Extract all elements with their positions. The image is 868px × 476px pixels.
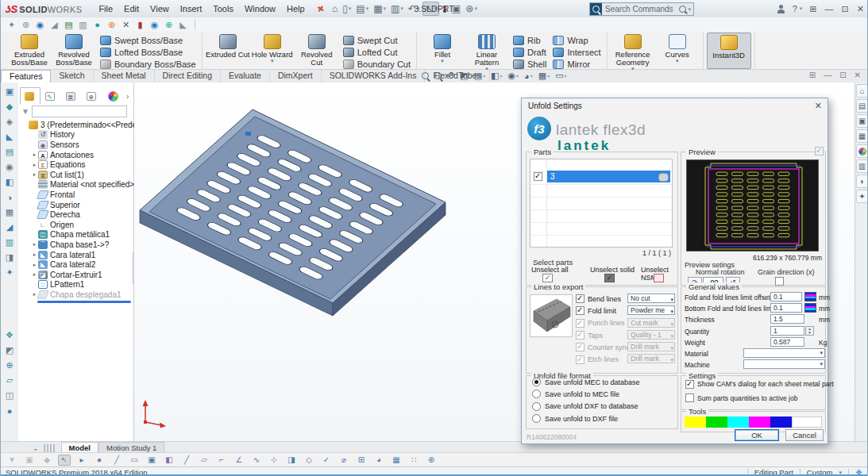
ribbon-button-boundary-boss-base[interactable]: Boundary Boss/Base	[98, 58, 199, 70]
minimize-doc-button[interactable]: —	[824, 71, 831, 79]
expand-arrow-icon[interactable]: ▸	[31, 162, 38, 168]
image-icon[interactable]: ▦	[390, 455, 403, 466]
file-explorer-tab-icon[interactable]: ▣	[856, 114, 868, 128]
ribbon-button-intersect[interactable]: Intersect	[550, 46, 603, 58]
tab-area-chevron-icon[interactable]: ⌄	[33, 444, 39, 452]
options-icon[interactable]: ⊛▾	[464, 2, 479, 15]
tree-item-chapa-desplegada1[interactable]: ▸Chapa desplegada1	[18, 290, 134, 300]
fold-limit-checkbox[interactable]	[576, 306, 584, 315]
sum-parts-quantities-to-active-job-checkbox[interactable]	[685, 393, 694, 402]
pin-icon[interactable]: ✚	[314, 2, 326, 15]
camera-icon[interactable]: ◨	[3, 251, 16, 263]
save-icon[interactable]: ▦▾	[372, 2, 388, 15]
bend-icon[interactable]: ◈	[3, 116, 16, 128]
new-document-dropdown-icon[interactable]: ▾	[349, 6, 352, 12]
elbow-icon[interactable]: ◣	[3, 131, 16, 143]
rect-icon[interactable]: ▭	[128, 455, 141, 466]
point-icon[interactable]: ●	[93, 455, 106, 466]
zoom-area-icon[interactable]: ⊞	[355, 455, 368, 466]
expand-arrow-icon[interactable]: ▸	[31, 251, 38, 258]
search-assembly-icon[interactable]: ◑	[3, 191, 16, 203]
search-dropdown-icon[interactable]: ▾	[688, 6, 691, 13]
measure-icon[interactable]: ⌀	[338, 455, 350, 466]
close-doc-button[interactable]: ✕	[854, 71, 861, 79]
send-icon[interactable]: ◢	[48, 19, 60, 30]
tree-item-3-predeterminado-predeterminado[interactable]: 3 (Predeterminado<<Predeterminado>	[18, 120, 134, 130]
expand-arrow-icon[interactable]: ▸	[31, 271, 38, 278]
wrench-icon[interactable]: ✕	[120, 19, 132, 30]
filter-any-icon[interactable]: ▼	[6, 455, 18, 466]
tube-3-icon[interactable]: ⊕	[3, 359, 16, 371]
units-dropdown-icon[interactable]: ▾	[839, 470, 843, 476]
gear-gray-2-icon[interactable]: ⊛	[20, 19, 32, 30]
search-input[interactable]: Search Commands	[602, 5, 677, 13]
format-option-save-unfold-dxf-to-database[interactable]: Save unfold DXF to database	[527, 401, 677, 413]
solid-icon[interactable]: ◢	[3, 221, 16, 233]
minimize-button[interactable]: —	[825, 4, 834, 14]
ok-button[interactable]: OK	[735, 429, 779, 441]
zoom-to-fit-icon[interactable]	[422, 72, 429, 79]
restore-button[interactable]: ⊡	[842, 4, 849, 14]
tab-sheet-metal[interactable]: Sheet Metal	[94, 70, 155, 83]
ribbon-button-revolved-cut[interactable]: Revolved Cut	[295, 33, 339, 69]
fm-tab-configurationmanager[interactable]: ≣	[61, 87, 82, 105]
mate-icon[interactable]: ⊕	[425, 455, 438, 466]
bottom-fold-and-fold-lines-limit-offset-color-swatch[interactable]	[804, 303, 816, 313]
lantek-cs-icon[interactable]: ●	[91, 19, 103, 30]
expand-arrow-icon[interactable]: ▸	[31, 152, 38, 158]
menu-insert[interactable]: Insert	[175, 2, 208, 16]
save-dropdown-icon[interactable]: ▾	[383, 6, 386, 12]
ribbon-button-fillet[interactable]: Fillet▾	[420, 33, 465, 69]
appearances-tab-icon[interactable]	[856, 144, 868, 158]
ribbon-button-boundary-cut[interactable]: Boundary Cut	[341, 58, 413, 70]
section-view-icon[interactable]: ◩	[460, 71, 468, 81]
tree-item-lpattern1[interactable]: ∷LPattern1	[18, 280, 134, 290]
tool-color-5[interactable]	[770, 416, 792, 428]
tree-item-sensors[interactable]: ◉Sensors	[18, 140, 134, 150]
doc-tab-motion-study-1[interactable]: Motion Study 1	[98, 442, 164, 453]
restore-doc-button[interactable]: ⊡	[839, 71, 846, 79]
quantity-spinner[interactable]: ▴▾	[805, 326, 814, 336]
print-dropdown-icon[interactable]: ▾	[400, 6, 403, 12]
filter-input[interactable]	[32, 106, 127, 117]
appearance-icon[interactable]: ◕	[372, 455, 385, 466]
cube-icon[interactable]: ◧	[163, 455, 176, 466]
part-row[interactable]: 3	[530, 171, 672, 182]
cancel-button[interactable]: Cancel	[785, 429, 824, 441]
tab-solidworks-add-ins[interactable]: SOLIDWORKS Add-Ins	[322, 70, 426, 83]
fold-and-fold-lines-limit-offset-color-swatch[interactable]	[804, 292, 816, 301]
menu-tools[interactable]: Tools	[207, 2, 239, 16]
ribbon-button-linear-pattern[interactable]: Linear Pattern▾	[465, 33, 509, 69]
unselect-nsm-checkbox[interactable]	[654, 274, 664, 282]
options-dropdown-icon[interactable]: ▾	[474, 6, 477, 12]
search-icon[interactable]	[679, 5, 686, 14]
tube-2-icon[interactable]: ◩	[3, 344, 16, 356]
tile-button[interactable]: ⊞	[809, 4, 816, 14]
ribbon-button-draft[interactable]: Draft	[511, 46, 549, 58]
line-icon[interactable]: ╱	[110, 455, 123, 466]
material-dropdown[interactable]: ▾	[743, 348, 825, 358]
filter-next-icon[interactable]: ▸	[75, 455, 88, 466]
tab-features[interactable]: Features	[1, 70, 51, 83]
tree-item-derecha[interactable]: Derecha	[18, 209, 134, 220]
tree-item-cut-list-1[interactable]: ▸≣Cut list(1)	[18, 170, 134, 180]
tube-5-icon[interactable]: ◫	[3, 390, 16, 401]
tube-1-icon[interactable]: ❖	[3, 329, 16, 341]
plane-icon[interactable]: ▱	[198, 455, 210, 466]
ribbon-button-lofted-boss-base[interactable]: Lofted Boss/Base	[98, 46, 199, 58]
menu-help[interactable]: Help	[281, 2, 311, 16]
tool-color-1[interactable]	[685, 416, 706, 428]
gear-orange-icon[interactable]: ⊛	[106, 19, 118, 30]
bend-lines-checkbox[interactable]	[576, 294, 584, 303]
ribbon-button-reference-geometry[interactable]: Reference Geometry▾	[611, 33, 655, 69]
ribbon-button-hole-wizard[interactable]: Hole Wizard▾	[250, 33, 295, 69]
smart-filter-icon[interactable]: ◆	[41, 455, 53, 466]
home-icon[interactable]: ⌂	[330, 2, 339, 15]
pattern-icon[interactable]: ∷	[407, 455, 420, 466]
expand-arrow-icon[interactable]: ▸	[31, 171, 38, 178]
erase-icon[interactable]: ◇	[303, 455, 315, 466]
view-palette-tab-icon[interactable]: ▦	[856, 129, 868, 143]
tree-item-equations[interactable]: ▸ΣEquations	[18, 159, 134, 170]
expand-arrow-icon[interactable]: ▸	[31, 262, 38, 268]
tag-icon[interactable]: ❖	[855, 468, 862, 476]
